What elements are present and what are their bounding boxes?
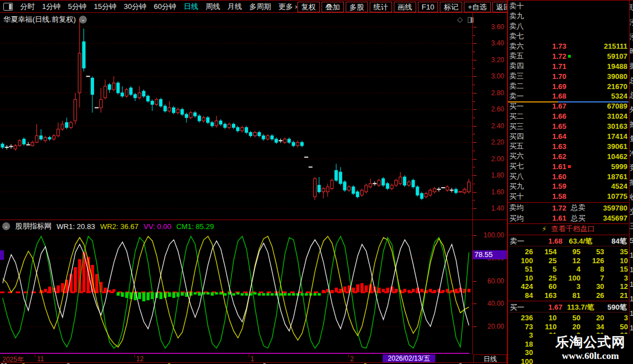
toolbar-button[interactable]: 统计	[370, 2, 392, 12]
toolbar-button[interactable]: 叠加	[322, 2, 344, 12]
axis-tick	[473, 175, 477, 176]
queue-cell: 236	[509, 314, 533, 323]
level-label: 买七	[509, 161, 534, 171]
sell-per-order: 63.4/笔	[562, 236, 599, 246]
order-book-row[interactable]: 买七1.615999	[508, 161, 629, 171]
order-book-row[interactable]: 买九1.594524	[508, 181, 629, 192]
toolbar-item[interactable]: 周线	[206, 2, 220, 12]
queue-cell: 81	[557, 291, 580, 300]
toolbar-button[interactable]: +自选	[464, 2, 491, 12]
level-volume: 39080	[572, 72, 627, 81]
level-volume: 4524	[572, 182, 627, 190]
toolbar-item[interactable]: 5分钟	[68, 2, 86, 12]
axis-tick	[473, 43, 477, 44]
toolbar-item[interactable]: 更多 ›	[278, 2, 297, 12]
summary-label2: 总卖	[566, 203, 597, 213]
clipped-label-fragment: 净	[630, 146, 633, 161]
order-book-row[interactable]: 卖八	[508, 21, 629, 31]
level-dot	[566, 165, 572, 168]
order-book-row[interactable]: 买五1.6339061	[508, 141, 629, 151]
summary-volume: 345697	[597, 214, 627, 222]
toolbar-button[interactable]: 多股	[346, 2, 368, 12]
axis-tick	[473, 118, 475, 118]
layout-toggle-icon[interactable]	[3, 3, 13, 11]
queue-cell: 30	[509, 348, 533, 357]
indicator-axis-label: 100.00	[483, 231, 504, 239]
queue-cell: 30	[580, 282, 604, 291]
green-dot-icon	[568, 55, 571, 58]
summary-volume: 359780	[597, 204, 627, 212]
order-book-row[interactable]: 卖七	[508, 31, 629, 41]
trading-app-window: 分时1分钟5分钟15分钟30分钟60分钟日线周线月线多周期更多 › 复权叠加多股…	[0, 0, 633, 364]
queue-cell: 3	[604, 274, 628, 283]
axis-tick	[473, 76, 477, 77]
queue-cell: 25	[533, 256, 556, 265]
order-book-row[interactable]: 卖五1.7259107	[508, 51, 629, 61]
level-price: 1.71	[534, 62, 566, 71]
order-book-row[interactable]: 卖十	[508, 1, 629, 11]
order-book-row[interactable]: 卖六1.73215111	[508, 41, 629, 52]
order-book-row[interactable]: 卖一1.685324	[508, 91, 629, 101]
clipped-label-fragment: 1	[630, 292, 633, 306]
axis-tick	[473, 167, 475, 167]
level-price: 1.69	[534, 82, 566, 91]
order-book-row[interactable]: 买一1.6767089	[508, 101, 629, 111]
order-book-row[interactable]: 卖九	[508, 11, 629, 21]
date-axis-tick	[35, 354, 35, 357]
level-price: 1.61	[534, 162, 566, 171]
toolbar-item[interactable]: 1分钟	[42, 2, 60, 12]
red-dot-icon	[568, 165, 571, 168]
level-volume: 21670	[572, 82, 627, 91]
watermark-title: 乐淘公式网	[548, 334, 633, 351]
order-book-row[interactable]: 买六1.6210462	[508, 151, 629, 161]
toolbar-item[interactable]: 日线	[184, 2, 198, 12]
queue-cell: 53	[580, 248, 604, 256]
date-axis-label: 2025年	[2, 355, 24, 364]
toolbar-button[interactable]: F10	[418, 2, 438, 12]
queue-cell: 18	[509, 340, 533, 349]
order-book-row[interactable]: 买十1.5810775	[508, 192, 629, 202]
level-price: 1.67	[534, 102, 566, 110]
level-price: 1.64	[534, 132, 566, 141]
lightning-icon: ⚡	[542, 225, 546, 233]
order-book-row[interactable]: 买二1.6631024	[508, 111, 629, 122]
toolbar-item[interactable]: 多周期	[249, 2, 271, 12]
sell-one-label: 卖一	[510, 236, 533, 246]
axis-tick	[473, 184, 475, 184]
clipped-label-fragment: 1	[630, 263, 633, 277]
level-price: 1.59	[534, 182, 566, 190]
clipped-label-fragment: 1	[630, 277, 633, 292]
top-toolbar: 分时1分钟5分钟15分钟30分钟60分钟日线周线月线多周期更多 › 复权叠加多股…	[0, 1, 507, 13]
queue-cell: 34	[580, 323, 604, 332]
toolbar-button[interactable]: 标记	[440, 2, 462, 12]
view-depth-button[interactable]: ⚡ 查看千档盘口	[508, 223, 629, 235]
clipped-label-fragment: 收	[630, 190, 633, 204]
level-label: 买五	[509, 141, 534, 151]
order-book-row[interactable]: 买八1.6018761	[508, 171, 629, 181]
order-book-row[interactable]: 卖四1.7119488	[508, 61, 629, 71]
toolbar-item[interactable]: 30分钟	[124, 2, 146, 12]
queue-cell: 35	[604, 248, 628, 256]
toolbar-item[interactable]: 15分钟	[94, 2, 116, 12]
level-volume: 5999	[572, 162, 627, 171]
toolbar-item[interactable]: 月线	[227, 2, 242, 12]
level-volume: 18761	[572, 172, 627, 181]
level-price: 1.68	[534, 92, 566, 100]
axis-tick	[473, 326, 477, 327]
toolbar-button[interactable]: 画线	[394, 2, 416, 12]
period-label[interactable]: 日线	[473, 354, 507, 363]
queue-cell: 20	[557, 323, 580, 332]
axis-tick	[473, 85, 475, 85]
toolbar-button[interactable]: 复权	[297, 2, 320, 12]
toolbar-item[interactable]: 分时	[20, 2, 35, 12]
order-book-row[interactable]: 卖三1.7039080	[508, 71, 629, 81]
toolbar-item[interactable]: 60分钟	[153, 2, 176, 12]
buy-order-count: 590笔	[599, 302, 627, 312]
order-book-row[interactable]: 卖二1.6921670	[508, 81, 629, 91]
level-label: 卖八	[509, 21, 534, 31]
summary-price: 1.61	[534, 214, 566, 222]
order-book-row[interactable]: 买三1.6530163	[508, 122, 629, 132]
order-book-row[interactable]: 买四1.6417414	[508, 132, 629, 142]
level-label: 买八	[509, 171, 534, 181]
queue-cell: 25	[533, 274, 556, 283]
